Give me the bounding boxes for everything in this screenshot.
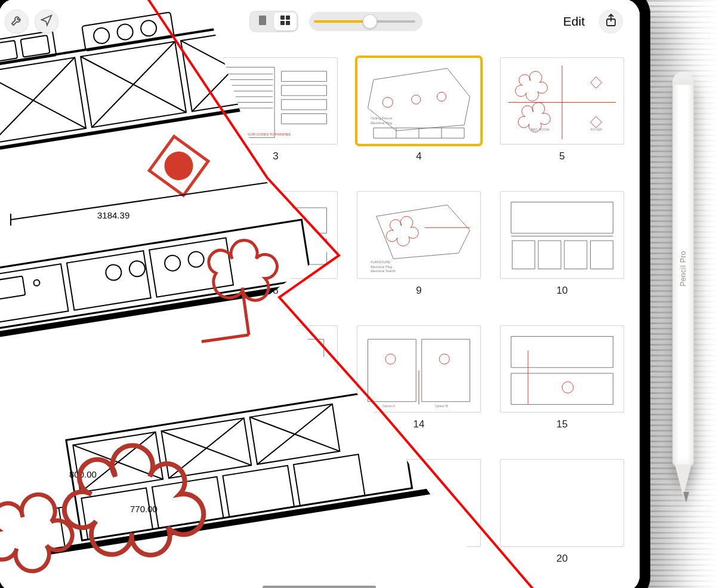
thumbnail-label: 20: [557, 553, 568, 565]
svg-line-35: [202, 335, 249, 341]
svg-point-32: [163, 254, 181, 272]
svg-line-43: [161, 418, 251, 478]
share-button[interactable]: [599, 10, 623, 33]
grid-icon: [280, 15, 291, 28]
zoom-knob[interactable]: [363, 14, 377, 29]
svg-rect-11: [82, 12, 174, 51]
share-icon: [605, 14, 617, 29]
svg-rect-69: [282, 100, 327, 110]
pencil-label: Pencil Pro: [679, 251, 687, 287]
svg-rect-28: [67, 251, 151, 310]
svg-point-109: [385, 354, 396, 364]
svg-rect-67: [282, 71, 327, 81]
ipad-frame: 3184.39: [0, 0, 650, 588]
svg-rect-102: [591, 241, 613, 270]
svg-rect-97: [511, 202, 613, 233]
svg-line-36: [48, 487, 460, 552]
thumbnail-label: 14: [413, 418, 425, 430]
svg-point-31: [128, 260, 146, 278]
svg-rect-25: [0, 264, 69, 323]
grid-view[interactable]: [274, 13, 297, 30]
view-mode-segmented[interactable]: [249, 11, 298, 32]
svg-text:Ceiling Fixture: Ceiling Fixture: [371, 116, 392, 120]
svg-rect-2: [0, 57, 86, 143]
svg-rect-29: [149, 238, 233, 297]
screen: 3184.39: [0, 0, 640, 588]
svg-rect-68: [282, 85, 327, 96]
svg-point-117: [562, 381, 573, 393]
svg-point-19: [162, 149, 195, 182]
svg-text:Option A: Option A: [382, 404, 395, 408]
svg-marker-85: [591, 116, 602, 128]
svg-rect-24: [0, 220, 311, 330]
svg-point-30: [104, 264, 122, 282]
svg-text:Electrical Switch: Electrical Switch: [371, 270, 395, 273]
single-page-view[interactable]: [251, 13, 274, 30]
settings-button[interactable]: [5, 10, 29, 33]
thumbnail-10[interactable]: 10: [500, 191, 624, 296]
thumbnail-label: 10: [557, 285, 568, 297]
svg-point-13: [116, 23, 134, 41]
svg-line-46: [250, 404, 340, 464]
thumbnail-20[interactable]: 20: [500, 459, 624, 564]
svg-rect-56: [280, 21, 285, 25]
thumbnail-label: 9: [416, 285, 421, 297]
svg-rect-55: [286, 16, 290, 20]
svg-point-74: [412, 95, 421, 104]
svg-rect-54: [280, 16, 285, 20]
thumbnail-5[interactable]: BED ROOM FOYER 5: [500, 57, 624, 162]
svg-rect-101: [564, 241, 587, 270]
svg-rect-107: [368, 339, 416, 402]
svg-text:Electrical Plug: Electrical Plug: [371, 265, 392, 269]
thumbnail-14[interactable]: Option A Option B 14: [357, 325, 481, 430]
paper-plane-icon: [40, 14, 53, 29]
svg-text:Electrical Plug: Electrical Plug: [371, 121, 392, 125]
svg-marker-92: [376, 205, 470, 259]
svg-rect-100: [538, 241, 561, 270]
svg-point-14: [140, 19, 158, 37]
svg-text:FOYER: FOYER: [591, 128, 603, 131]
svg-rect-114: [511, 336, 613, 367]
svg-line-20: [11, 181, 279, 220]
svg-point-75: [437, 92, 446, 101]
home-indicator: [263, 586, 376, 588]
thumbnail-label: 4: [416, 150, 421, 162]
thumbnail-4[interactable]: Ceiling FixtureElectrical Plug 4: [357, 57, 481, 162]
apple-pencil: Pencil Pro: [669, 72, 697, 513]
wrench-icon: [10, 14, 23, 29]
fly-through-button[interactable]: [35, 10, 58, 33]
thumbnail-15[interactable]: 15: [500, 325, 624, 430]
dimension-3184: 3184.39: [97, 210, 129, 220]
thumbnail-9[interactable]: FURNITURE Electrical Plug Electrical Swi…: [357, 191, 481, 296]
svg-marker-84: [591, 77, 602, 88]
svg-text:FURNITURE: FURNITURE: [371, 261, 390, 264]
dimension-770: 770.00: [130, 504, 158, 514]
svg-rect-108: [422, 339, 470, 402]
thumbnail-label: 15: [557, 418, 568, 430]
page-icon: [258, 15, 267, 28]
svg-text:Option B: Option B: [435, 404, 448, 408]
thumbnail-label: 3: [273, 150, 278, 162]
svg-rect-70: [282, 114, 327, 124]
svg-rect-57: [286, 21, 290, 25]
svg-rect-53: [259, 16, 266, 25]
edit-button[interactable]: Edit: [560, 12, 588, 31]
thumbnail-label: 5: [559, 150, 564, 162]
svg-point-73: [382, 97, 393, 107]
svg-rect-17: [20, 35, 50, 57]
svg-point-12: [92, 27, 110, 45]
svg-rect-26: [0, 276, 25, 300]
zoom-slider[interactable]: [309, 12, 422, 31]
svg-rect-99: [512, 241, 535, 270]
svg-point-110: [439, 354, 449, 364]
svg-point-33: [187, 251, 205, 269]
svg-point-27: [33, 279, 40, 286]
svg-rect-16: [0, 41, 17, 63]
svg-text:BED ROOM: BED ROOM: [531, 128, 550, 131]
